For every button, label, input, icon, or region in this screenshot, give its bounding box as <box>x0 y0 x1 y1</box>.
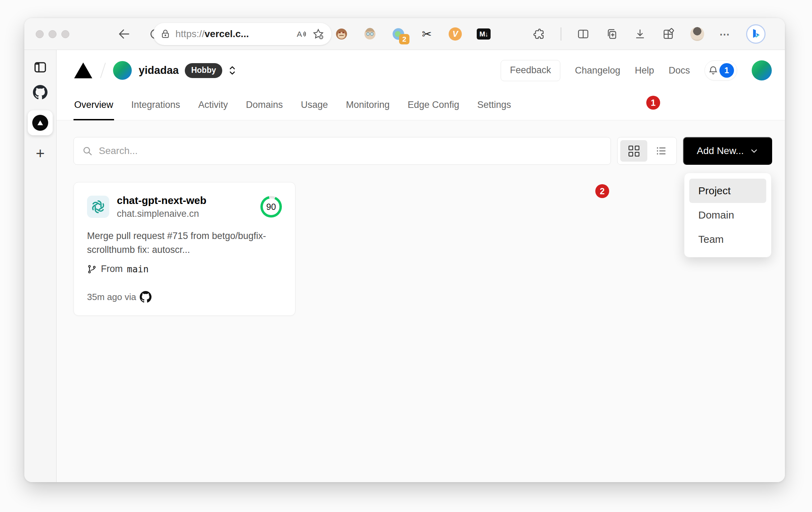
tab-overview[interactable]: Overview <box>74 91 114 120</box>
proxy-extension-icon[interactable]: 2 <box>391 27 405 41</box>
edge-sidebar: + <box>24 50 57 482</box>
svg-text:A: A <box>297 30 302 39</box>
annotation-step-2: 2 <box>595 184 609 198</box>
sidebar-toggle-icon[interactable] <box>32 59 49 76</box>
add-new-dropdown: Project Domain Team <box>684 173 771 257</box>
project-domain[interactable]: chat.simplenaive.cn <box>117 207 206 220</box>
tampermonkey-extension-icon[interactable] <box>335 27 348 41</box>
bing-chat-icon[interactable] <box>746 24 766 44</box>
project-card[interactable]: chat-gpt-next-web chat.simplenaive.cn 90… <box>74 182 295 316</box>
close-window-button[interactable] <box>36 30 44 38</box>
chevron-down-icon <box>750 147 758 155</box>
search-input[interactable] <box>99 145 602 156</box>
vercel-page: yidadaa Hobby Feedback Changelog Help Do… <box>57 50 785 482</box>
browser-window: https://vercel.c... A 2 ✂ V M↓ <box>24 18 785 482</box>
v-extension-icon[interactable]: V <box>448 27 462 41</box>
team-avatar[interactable] <box>113 61 132 80</box>
tab-settings[interactable]: Settings <box>476 91 512 120</box>
notifications-button[interactable]: 1 <box>705 60 737 80</box>
changelog-link[interactable]: Changelog <box>575 65 620 76</box>
tab-integrations[interactable]: Integrations <box>131 91 181 120</box>
vercel-tabs: Overview Integrations Activity Domains U… <box>57 91 785 120</box>
project-name[interactable]: chat-gpt-next-web <box>117 194 206 207</box>
vercel-sidebar-item[interactable] <box>28 110 53 135</box>
split-screen-icon[interactable] <box>577 27 590 41</box>
feedback-button[interactable]: Feedback <box>501 60 561 81</box>
github-icon <box>140 291 152 303</box>
dropdown-item-project[interactable]: Project <box>689 179 766 203</box>
minimize-window-button[interactable] <box>49 30 57 38</box>
tab-monitoring[interactable]: Monitoring <box>345 91 390 120</box>
github-sidebar-icon[interactable] <box>32 84 49 101</box>
browser-profile-avatar[interactable] <box>690 27 704 41</box>
collections-icon[interactable] <box>605 27 618 41</box>
dropdown-item-domain[interactable]: Domain <box>689 203 766 227</box>
bell-icon <box>708 65 719 76</box>
favorite-star-icon[interactable] <box>312 28 325 40</box>
sidebar-add-icon[interactable]: + <box>32 145 49 162</box>
list-view-icon <box>655 145 667 157</box>
team-switcher-icon[interactable] <box>228 65 237 76</box>
deploy-time: 35m ago via <box>87 292 136 302</box>
docs-link[interactable]: Docs <box>668 65 690 76</box>
back-button[interactable] <box>117 27 131 41</box>
vercel-logo[interactable] <box>74 62 93 79</box>
grid-view-button[interactable] <box>620 140 647 162</box>
scissors-extension-icon[interactable]: ✂ <box>420 27 434 41</box>
vercel-favicon <box>32 115 48 131</box>
avatar-extension-icon[interactable] <box>363 27 377 41</box>
browser-body: + yidadaa Hobby Feedback Changelog Help … <box>24 50 785 482</box>
vercel-header: yidadaa Hobby Feedback Changelog Help Do… <box>57 50 785 120</box>
git-branch-icon <box>87 264 97 274</box>
tab-domains[interactable]: Domains <box>245 91 284 120</box>
overview-content: Add New... chat-gpt-next-web chat.simple… <box>57 120 785 482</box>
user-avatar[interactable] <box>752 60 772 80</box>
grid-view-icon <box>629 146 639 156</box>
annotation-step-1: 1 <box>646 96 660 110</box>
branch-prefix: From <box>101 264 123 274</box>
toolbar-right-icons: ⋯ <box>532 24 766 44</box>
traffic-lights <box>36 30 69 38</box>
downloads-icon[interactable] <box>633 27 647 41</box>
plan-badge: Hobby <box>185 63 222 78</box>
address-bar[interactable]: https://vercel.c... A <box>153 23 331 45</box>
markdown-download-extension-icon[interactable]: M↓ <box>477 27 491 41</box>
tab-edge-config[interactable]: Edge Config <box>407 91 460 120</box>
add-new-label: Add New... <box>697 145 744 156</box>
browser-toolbar: https://vercel.c... A 2 ✂ V M↓ <box>24 18 785 50</box>
extension-badge: 2 <box>399 34 409 44</box>
add-new-button[interactable]: Add New... <box>683 137 772 165</box>
dropdown-item-team[interactable]: Team <box>689 227 766 251</box>
workspaces-icon[interactable] <box>662 27 675 41</box>
zoom-window-button[interactable] <box>61 30 69 38</box>
read-aloud-icon[interactable]: A <box>295 28 307 40</box>
project-favicon <box>87 196 109 218</box>
help-link[interactable]: Help <box>635 65 654 76</box>
list-view-button[interactable] <box>649 145 674 157</box>
latest-commit-message: Merge pull request #715 from betgo/bugfi… <box>87 229 281 257</box>
openai-logo-icon <box>90 199 106 214</box>
notification-count-badge: 1 <box>719 63 734 78</box>
view-toggle <box>617 137 677 165</box>
tab-activity[interactable]: Activity <box>198 91 229 120</box>
breadcrumb-slash <box>100 63 106 78</box>
lighthouse-score-value: 90 <box>263 198 279 215</box>
extensions-row: 2 ✂ V M↓ <box>335 27 491 41</box>
url-text: https://vercel.c... <box>175 28 290 40</box>
project-search <box>74 137 611 165</box>
team-name[interactable]: yidadaa <box>139 64 179 77</box>
toolbar-divider <box>561 27 561 41</box>
browser-menu-icon[interactable]: ⋯ <box>719 28 731 40</box>
extensions-puzzle-icon[interactable] <box>532 27 545 41</box>
branch-name: main <box>127 264 149 274</box>
lock-icon <box>160 29 171 39</box>
search-icon <box>82 146 93 156</box>
lighthouse-score-ring[interactable]: 90 <box>260 196 282 217</box>
tab-usage[interactable]: Usage <box>300 91 329 120</box>
